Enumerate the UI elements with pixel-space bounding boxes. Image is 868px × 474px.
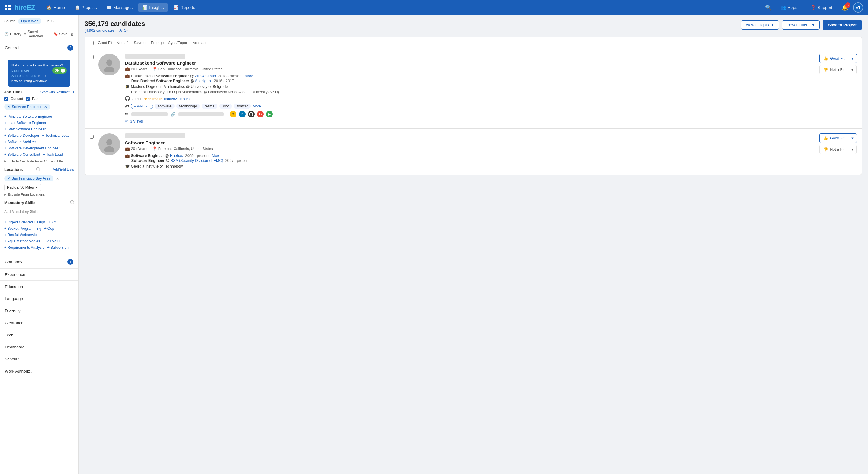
mandatory-skills-input[interactable]	[4, 208, 74, 216]
sidebar-section-language-header[interactable]: Language	[0, 293, 78, 305]
delete-button[interactable]: 🗑	[70, 32, 74, 36]
github-repo-2[interactable]: tlabu/a1	[179, 97, 192, 101]
not-fit-button-1[interactable]: 👎 Not a Fit	[819, 65, 848, 74]
sidebar-section-healthcare-header[interactable]: Healthcare	[0, 341, 78, 353]
sidebar-section-general-header[interactable]: General 2	[0, 41, 78, 54]
nav-home[interactable]: 🏠 Home	[42, 3, 69, 12]
good-fit-dropdown-2[interactable]: ▼	[848, 133, 857, 143]
include-exclude-toggle[interactable]: Include / Exclude From Current Title	[4, 159, 74, 163]
skill-xml[interactable]: Xml	[48, 220, 57, 224]
tags-more-link[interactable]: More	[252, 104, 261, 108]
github-repo-1[interactable]: tlabu/a2	[164, 97, 177, 101]
sidebar-section-experience-header[interactable]: Experience	[0, 269, 78, 281]
past-checkbox[interactable]	[26, 97, 30, 101]
sync-export-action[interactable]: Sync/Export	[168, 41, 188, 45]
save-to-project-button[interactable]: Save to Project	[823, 20, 862, 30]
sidebar-section-work-auth-header[interactable]: Work Authoriz...	[0, 365, 78, 377]
suggest-dev-engineer[interactable]: Software Development Engineer	[4, 146, 60, 150]
notification-button[interactable]: 🔔 5	[841, 4, 848, 11]
good-fit-button-1[interactable]: 👍 Good Fit	[819, 54, 848, 63]
github-social-icon[interactable]	[248, 111, 255, 118]
skill-oop[interactable]: Oop	[44, 226, 54, 231]
suggest-tech-lead[interactable]: Technical Lead	[42, 133, 70, 138]
power-filters-button[interactable]: Power Filters ▼	[782, 20, 820, 30]
sidebar-section-company-header[interactable]: Company 1	[0, 255, 78, 268]
good-fit-action[interactable]: Good Fit	[98, 41, 112, 45]
nav-reports[interactable]: 📈 Reports	[169, 3, 199, 12]
more-actions-button[interactable]: ···	[210, 40, 214, 45]
xing-icon[interactable]: x	[230, 111, 237, 118]
work-1-more-link[interactable]: More	[245, 74, 253, 78]
location-chip-remove[interactable]: ✕	[7, 176, 10, 181]
chip-remove-icon[interactable]: ✕	[7, 104, 10, 109]
company-1-link[interactable]: Zillow Group	[195, 74, 216, 78]
play-icon[interactable]: ▶	[266, 111, 273, 118]
sidebar-section-scholar-header[interactable]: Scholar	[0, 353, 78, 365]
skill-svn[interactable]: Subversion	[47, 245, 68, 250]
skill-ood[interactable]: Object Oriented Design	[4, 220, 45, 224]
suggest-consultant[interactable]: Software Consultant	[4, 152, 40, 157]
toggle-switch[interactable]: ON	[52, 67, 67, 74]
candidate-2-title[interactable]: Software Engineer	[125, 140, 814, 145]
candidate-2-checkbox[interactable]	[90, 135, 94, 138]
source-ats[interactable]: ATS	[44, 18, 57, 24]
sidebar-section-tech-header[interactable]: Tech	[0, 329, 78, 341]
suggest-architect[interactable]: Software Architect	[4, 139, 36, 144]
company-2-link[interactable]: Apteligent	[195, 79, 212, 83]
company-3-link[interactable]: Naehas	[170, 154, 183, 158]
not-fit-dropdown-2[interactable]: ▼	[848, 145, 857, 154]
location-clear-icon[interactable]: ✕	[56, 176, 60, 181]
user-avatar[interactable]: AT	[853, 2, 863, 13]
share-feedback-link[interactable]: Share feedback	[11, 74, 36, 77]
chip-close[interactable]: ✕	[44, 105, 47, 109]
skills-info-icon[interactable]: ⓘ	[70, 200, 74, 205]
engage-action[interactable]: Engage	[151, 41, 164, 45]
select-all-checkbox[interactable]	[90, 41, 94, 45]
candidate-1-views[interactable]: 👁 3 Views	[125, 119, 814, 124]
work-2-more-link[interactable]: More	[212, 154, 220, 158]
suggest-lead[interactable]: Lead Software Engineer	[4, 121, 46, 125]
skill-msvc[interactable]: Ms Vc++	[43, 239, 60, 243]
linkedin-icon[interactable]: in	[239, 111, 246, 118]
skill-restful[interactable]: Restful Webservices	[4, 232, 40, 237]
search-button[interactable]: 🔍	[765, 4, 772, 11]
good-fit-button-2[interactable]: 👍 Good Fit	[819, 133, 848, 143]
sidebar-section-clearance-header[interactable]: Clearance	[0, 317, 78, 329]
locations-info-icon[interactable]: ⓘ	[36, 167, 40, 172]
start-with-resume-link[interactable]: Start with Resume/JD	[40, 90, 74, 94]
suggest-techleadalt[interactable]: Tech Lead	[43, 152, 63, 157]
job-title-chip[interactable]: ✕ Software Engineer ✕	[4, 103, 50, 110]
skill-agile[interactable]: Agile Methodologies	[4, 239, 40, 243]
nav-projects[interactable]: 📋 Projects	[70, 3, 101, 12]
suggest-developer[interactable]: Software Developer	[4, 133, 39, 138]
company-4-link[interactable]: RSA (Security Division of EMC)	[170, 158, 223, 163]
nav-apps[interactable]: 👥 Apps	[776, 3, 802, 12]
save-to-action[interactable]: Save to	[134, 41, 147, 45]
suggest-staff[interactable]: Staff Software Engineer	[4, 127, 45, 131]
candidate-1-title[interactable]: Data/Backend Software Engineer	[125, 60, 814, 65]
good-fit-dropdown-1[interactable]: ▼	[848, 54, 857, 63]
radius-selector[interactable]: Radius: 50 Miles ▼	[4, 184, 41, 191]
suggest-principal[interactable]: Principal Software Engineer	[4, 114, 52, 119]
skill-socket[interactable]: Socket Programming	[4, 226, 41, 231]
grid-menu-icon[interactable]	[5, 4, 11, 10]
ats-count[interactable]: (4,902 candidates in ATS)	[85, 28, 145, 33]
nav-messages[interactable]: ✉️ Messages	[102, 3, 137, 12]
view-insights-button[interactable]: View Insights ▼	[741, 20, 779, 30]
exclude-locations-toggle[interactable]: Exclude From Locations	[4, 193, 74, 196]
add-tag-button-1[interactable]: + Add Tag	[131, 103, 153, 109]
saved-searches-button[interactable]: ≡ Saved Searches	[24, 30, 50, 38]
nav-support[interactable]: ❓ Support	[806, 3, 837, 12]
add-tag-action[interactable]: Add tag	[193, 41, 206, 45]
not-fit-dropdown-1[interactable]: ▼	[848, 65, 857, 74]
current-checkbox[interactable]	[4, 97, 8, 101]
sidebar-section-diversity-header[interactable]: Diversity	[0, 305, 78, 317]
app-logo[interactable]: hireEZ	[14, 4, 35, 11]
save-button[interactable]: 🔖 Save	[54, 32, 67, 36]
sidebar-section-education-header[interactable]: Education	[0, 281, 78, 292]
not-a-fit-action[interactable]: Not a fit	[117, 41, 130, 45]
history-button[interactable]: 🕐 History	[4, 32, 21, 36]
google-icon[interactable]: G	[257, 111, 264, 118]
source-open-web[interactable]: Open Web	[18, 18, 41, 24]
learn-more-link[interactable]: Learn more	[11, 68, 29, 72]
